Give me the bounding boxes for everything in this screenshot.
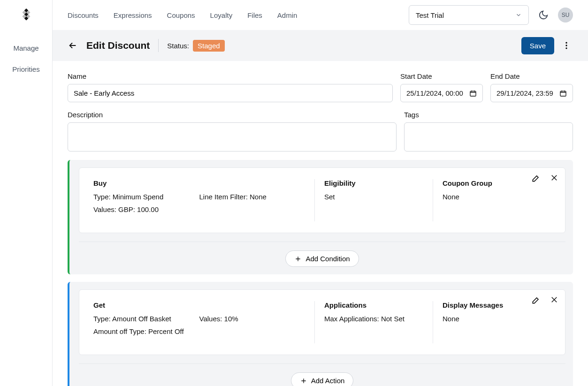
calendar-icon — [469, 90, 477, 97]
page-title: Edit Discount — [86, 40, 150, 51]
delete-condition-button[interactable] — [550, 174, 558, 183]
end-date-value: 29/11/2024, 23:59 — [496, 89, 553, 97]
edit-icon — [531, 174, 541, 183]
start-date-input[interactable]: 25/11/2024, 00:00 — [400, 84, 483, 102]
name-label: Name — [68, 72, 393, 80]
get-heading: Get — [93, 301, 305, 309]
tags-label: Tags — [404, 111, 573, 119]
logo[interactable] — [18, 7, 35, 23]
nav-coupons[interactable]: Coupons — [167, 11, 195, 19]
coupon-heading: Coupon Group — [443, 179, 542, 187]
close-icon — [550, 295, 558, 304]
sidebar-item-manage[interactable]: Manage — [13, 38, 38, 59]
add-condition-button[interactable]: Add Condition — [285, 250, 359, 267]
status-label: Status: — [167, 42, 189, 50]
get-amount-type: Amount off Type: Percent Off — [93, 326, 199, 337]
description-label: Description — [68, 111, 397, 119]
get-values: Values: 10% — [199, 314, 305, 325]
condition-block: Buy Type: Minimum Spend Line Item Filter… — [68, 160, 573, 274]
start-date-value: 25/11/2024, 00:00 — [406, 89, 463, 97]
nav-admin[interactable]: Admin — [277, 11, 298, 19]
close-icon — [550, 174, 558, 182]
sidebar-item-priorities[interactable]: Priorities — [12, 59, 39, 80]
back-button[interactable] — [68, 40, 78, 51]
svg-rect-10 — [470, 91, 476, 96]
edit-action-button[interactable] — [531, 295, 541, 305]
plus-icon — [294, 255, 302, 263]
more-menu-button[interactable] — [560, 39, 573, 52]
add-action-button[interactable]: Add Action — [291, 372, 354, 386]
theme-toggle[interactable] — [538, 10, 549, 20]
svg-point-9 — [565, 47, 567, 49]
nav-expressions[interactable]: Expressions — [114, 11, 152, 19]
svg-rect-11 — [560, 91, 566, 96]
add-action-label: Add Action — [311, 377, 345, 385]
buy-values: Values: GBP: 100.00 — [93, 204, 199, 215]
messages-value: None — [443, 314, 542, 325]
avatar[interactable]: SU — [558, 8, 573, 23]
get-type: Type: Amount Off Basket — [93, 314, 199, 325]
coupon-value: None — [443, 192, 542, 203]
name-input[interactable] — [68, 84, 393, 102]
dots-vertical-icon — [562, 41, 571, 50]
action-block: Get Type: Amount Off Basket Values: 10% … — [68, 282, 573, 386]
arrow-left-icon — [68, 40, 78, 51]
buy-type: Type: Minimum Spend — [93, 192, 199, 203]
buy-filter: Line Item Filter: None — [199, 192, 305, 203]
calendar-icon — [559, 90, 567, 97]
plus-icon — [300, 377, 307, 385]
trial-selector-label: Test Trial — [416, 11, 444, 19]
add-condition-label: Add Condition — [305, 255, 350, 263]
eligibility-value: Set — [324, 192, 423, 203]
nav-files[interactable]: Files — [247, 11, 262, 19]
buy-heading: Buy — [93, 179, 305, 187]
svg-point-8 — [565, 45, 567, 46]
trial-selector[interactable]: Test Trial — [409, 5, 529, 25]
nav-loyalty[interactable]: Loyalty — [210, 11, 233, 19]
messages-heading: Display Messages — [443, 301, 542, 309]
chevron-down-icon — [515, 12, 522, 18]
status-badge: Staged — [193, 40, 225, 52]
end-date-label: End Date — [490, 72, 573, 80]
delete-action-button[interactable] — [550, 295, 558, 305]
description-input[interactable] — [68, 122, 397, 151]
nav-discounts[interactable]: Discounts — [68, 11, 99, 19]
tags-input[interactable] — [404, 122, 573, 151]
applications-value: Max Applications: Not Set — [324, 314, 423, 325]
start-date-label: Start Date — [400, 72, 483, 80]
moon-icon — [538, 10, 549, 20]
edit-condition-button[interactable] — [531, 174, 541, 183]
save-button[interactable]: Save — [521, 37, 554, 54]
edit-icon — [531, 295, 541, 305]
divider — [158, 39, 159, 52]
end-date-input[interactable]: 29/11/2024, 23:59 — [490, 84, 573, 102]
eligibility-heading: Eligibility — [324, 179, 423, 187]
applications-heading: Applications — [324, 301, 423, 309]
svg-point-7 — [565, 42, 567, 44]
